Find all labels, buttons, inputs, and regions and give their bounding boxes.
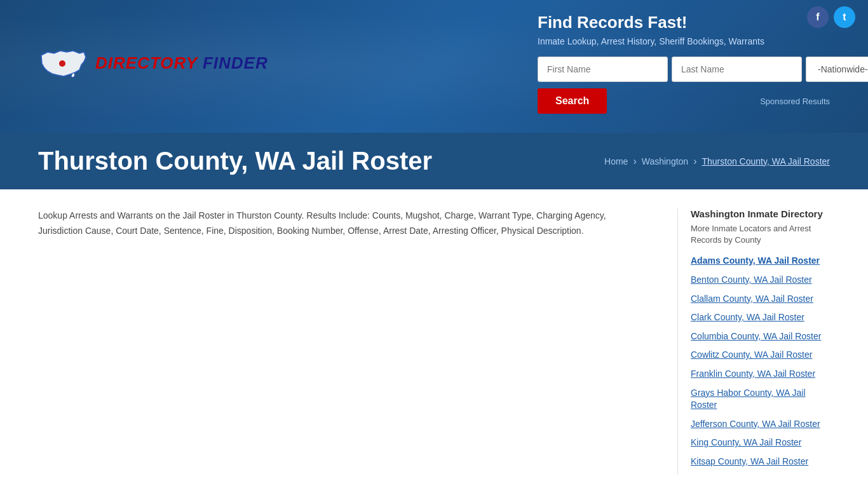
main-content: Lookup Arrests and Warrants on the Jail … — [0, 189, 868, 488]
logo-text: Directory Finder — [95, 53, 268, 73]
social-bar: f t — [807, 6, 855, 28]
right-sidebar: Washington Inmate Directory More Inmate … — [677, 208, 830, 475]
sidebar-link[interactable]: Grays Habor County, WA Jail Roster — [691, 388, 806, 410]
list-item: Clallam County, WA Jail Roster — [691, 293, 830, 306]
breadcrumb-home[interactable]: Home — [604, 156, 628, 166]
sidebar-link[interactable]: Cowlitz County, WA Jail Roster — [691, 349, 812, 360]
sidebar-link[interactable]: Clallam County, WA Jail Roster — [691, 294, 813, 304]
sidebar-link[interactable]: Jefferson County, WA Jail Roster — [691, 419, 820, 429]
list-item: Benton County, WA Jail Roster — [691, 274, 830, 287]
list-item: Clark County, WA Jail Roster — [691, 311, 830, 324]
sidebar-link[interactable]: Benton County, WA Jail Roster — [691, 274, 812, 285]
page-description: Lookup Arrests and Warrants on the Jail … — [38, 208, 652, 239]
list-item: Jefferson County, WA Jail Roster — [691, 418, 830, 431]
breadcrumb-separator-1: › — [633, 156, 636, 167]
sidebar-link[interactable]: Adams County, WA Jail Roster — [691, 255, 820, 266]
breadcrumb-state[interactable]: Washington — [642, 156, 688, 166]
sponsored-label: Sponsored Results — [760, 97, 830, 106]
first-name-input[interactable] — [538, 57, 668, 82]
facebook-icon[interactable]: f — [807, 6, 829, 28]
breadcrumb-separator-2: › — [693, 156, 696, 167]
sidebar-link[interactable]: Clark County, WA Jail Roster — [691, 312, 804, 322]
svg-point-0 — [59, 60, 65, 67]
search-title: Find Records Fast! — [538, 13, 830, 32]
twitter-icon[interactable]: t — [834, 6, 855, 28]
list-item: Grays Habor County, WA Jail Roster — [691, 387, 830, 412]
list-item: Franklin County, WA Jail Roster — [691, 368, 830, 381]
logo-area: Directory Finder — [38, 46, 268, 81]
list-item: Cowlitz County, WA Jail Roster — [691, 349, 830, 362]
breadcrumb-current: Thurston County, WA Jail Roster — [702, 156, 830, 166]
search-area: Find Records Fast! Inmate Lookup, Arrest… — [538, 13, 830, 114]
sidebar-link[interactable]: Kitsap County, WA Jail Roster — [691, 456, 808, 466]
sidebar-links: Adams County, WA Jail RosterBenton Count… — [691, 255, 830, 468]
search-button[interactable]: Search — [538, 88, 607, 114]
left-content: Lookup Arrests and Warrants on the Jail … — [38, 208, 677, 475]
page-title-bar: Thurston County, WA Jail Roster Home › W… — [0, 133, 868, 189]
sidebar-link[interactable]: Columbia County, WA Jail Roster — [691, 331, 821, 341]
last-name-input[interactable] — [672, 57, 802, 82]
sidebar-link[interactable]: Franklin County, WA Jail Roster — [691, 369, 815, 379]
list-item: Columbia County, WA Jail Roster — [691, 330, 830, 343]
list-item: Kitsap County, WA Jail Roster — [691, 456, 830, 468]
logo-map-icon — [38, 46, 89, 81]
search-inputs: -Nationwide- — [538, 57, 830, 82]
page-title: Thurston County, WA Jail Roster — [38, 147, 432, 175]
sidebar-subtitle: More Inmate Locators and Arrest Records … — [691, 223, 830, 246]
header: Directory Finder Find Records Fast! Inma… — [0, 0, 868, 133]
state-select[interactable]: -Nationwide- — [806, 57, 868, 82]
logo-container: Directory Finder — [38, 46, 268, 81]
sidebar-link[interactable]: King County, WA Jail Roster — [691, 437, 801, 447]
list-item: King County, WA Jail Roster — [691, 437, 830, 449]
sidebar-title: Washington Inmate Directory — [691, 208, 830, 219]
breadcrumb: Home › Washington › Thurston County, WA … — [604, 156, 830, 167]
list-item: Adams County, WA Jail Roster — [691, 255, 830, 268]
search-row: Search Sponsored Results — [538, 88, 830, 114]
search-subtitle: Inmate Lookup, Arrest History, Sheriff B… — [538, 36, 830, 46]
